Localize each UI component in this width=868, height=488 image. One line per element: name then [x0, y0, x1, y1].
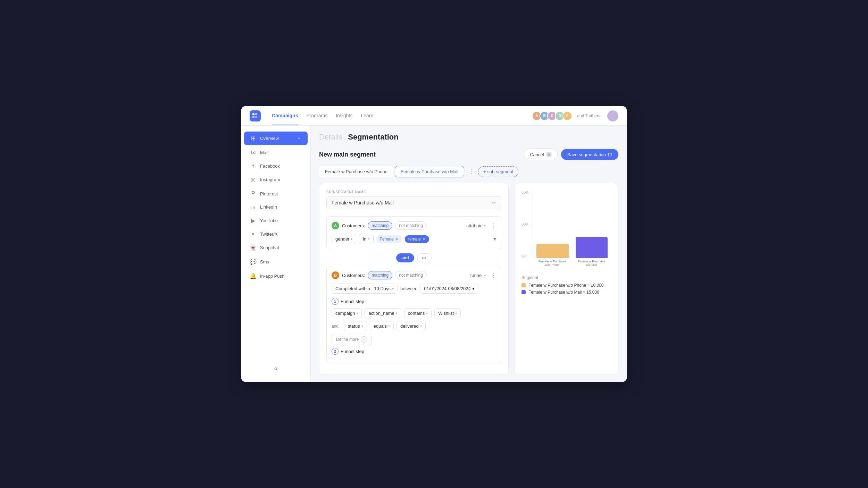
sub-segment-name-input[interactable]: Female w Purchase w/o Mail ✏ [326, 196, 501, 209]
date-range-input[interactable]: 01/01/2024-08/08/2024 ▾ [420, 284, 478, 294]
step-2-number: 2 [332, 348, 339, 355]
chevron-down-icon: ▾ [388, 324, 390, 328]
chart-area: 60K 30K 0K F [521, 190, 611, 267]
mail-icon: ✉ [250, 149, 257, 156]
status-field-select[interactable]: status ▾ [344, 321, 367, 331]
between-label: between [400, 286, 417, 291]
tag-female-1[interactable]: Female ✕ [376, 235, 402, 243]
condition-a-menu-icon[interactable]: ⋮ [491, 222, 496, 229]
sub-tab-menu-icon[interactable]: ⋮ [466, 166, 477, 177]
contains-operator-select[interactable]: contains ▾ [404, 308, 432, 318]
condition-b-header: B Customers: matching not matching funne… [332, 271, 496, 279]
bar-female-phone [536, 244, 569, 258]
sidebar-label-mail: Mail [260, 150, 268, 155]
in-operator-select[interactable]: in ▾ [359, 234, 373, 244]
page-title-details: Details [319, 133, 342, 142]
top-nav: Campaigns Programs Insights Learn A B C … [241, 106, 627, 126]
chevron-down-icon: ▾ [455, 311, 457, 315]
legend-item-2: Female w Purchase w/o Mail = 15.000 [521, 290, 611, 295]
chevron-down-icon: ▾ [356, 311, 358, 315]
condition-b-not-matching-btn[interactable]: not matching [395, 271, 427, 279]
linkedin-icon: in [250, 205, 257, 209]
condition-a-matching-btn[interactable]: matching [368, 221, 392, 230]
completed-row: Completed within 10 Days ▾ between 01/01… [332, 284, 496, 294]
collapse-button[interactable]: « [241, 361, 310, 376]
chevron-down-icon: ▾ [420, 324, 422, 328]
legend-dot-1 [521, 283, 526, 287]
legend-label-2: Female w Purchase w/o Mail = 15.000 [528, 290, 599, 295]
condition-b-type-dropdown[interactable]: funnel ▾ [470, 273, 486, 278]
and-connector-btn[interactable]: and [396, 253, 414, 262]
chevron-down-icon: ▾ [351, 237, 352, 241]
youtube-icon: ▶ [250, 217, 257, 224]
sub-segment-tabs: Female w Purchase w/o Phone Female w Pur… [319, 166, 618, 177]
completed-within-select[interactable]: Completed within 10 Days ▾ [332, 284, 398, 294]
condition-a-not-matching-btn[interactable]: not matching [395, 221, 427, 230]
nav-programs[interactable]: Programs [306, 107, 327, 125]
nav-learn[interactable]: Learn [361, 107, 373, 125]
x-label-1: Female w Purchase w/o Phone [536, 260, 568, 267]
sub-segment-name-label: SUB-SEGMENT NAME [326, 190, 501, 194]
add-sub-segment-button[interactable]: + sub-segment [478, 166, 518, 177]
equals-operator-select[interactable]: equals ▾ [370, 321, 394, 331]
sidebar-item-youtube[interactable]: ▶ YouTube [244, 214, 308, 227]
bar-group-2 [576, 237, 608, 258]
or-connector-btn[interactable]: or [417, 253, 432, 262]
cancel-button[interactable]: Cancel ✕ [524, 149, 557, 160]
condition-b-label: Customers: [342, 273, 365, 278]
nav-insights[interactable]: Insights [336, 107, 352, 125]
chevron-down-icon: ▾ [396, 311, 398, 315]
define-more-button[interactable]: Define more + [332, 334, 372, 345]
legend-item-1: Female w Purchase w/o Phone = 10.000 [521, 283, 611, 288]
condition-a-header: A Customers: matching not matching attri… [332, 221, 496, 230]
sidebar-item-sms[interactable]: 💬 Sms [244, 255, 308, 269]
legend-title: Segment [521, 275, 611, 280]
sidebar-item-mail[interactable]: ✉ Mail [244, 146, 308, 159]
sub-tab-2[interactable]: Female w Purchase w/o Mail [395, 166, 464, 177]
sub-tab-1[interactable]: Female w Purchase w/o Phone [319, 166, 393, 177]
y-label-60k: 60K [521, 190, 528, 194]
chevron-down-icon: ▾ [484, 274, 486, 277]
segment-title: New main segment [319, 151, 376, 158]
sidebar-item-snapchat[interactable]: 👻 Snapchat [244, 241, 308, 254]
edit-icon[interactable]: ✏ [492, 200, 496, 205]
condition-b-matching-btn[interactable]: matching [368, 271, 392, 279]
sidebar-item-pinterest[interactable]: P Pinterest [244, 187, 308, 200]
segment-actions: Cancel ✕ Save segmentation ⊡ [524, 149, 618, 160]
wishlist-value-select[interactable]: Wishlist ▾ [434, 308, 461, 318]
condition-b-menu-icon[interactable]: ⋮ [491, 272, 496, 279]
nav-campaigns[interactable]: Campaigns [272, 107, 298, 125]
action-name-field-select[interactable]: action_name ▾ [365, 308, 401, 318]
gender-field-select[interactable]: gender ▾ [332, 234, 356, 244]
condition-a-type-dropdown[interactable]: attribute ▾ [466, 223, 486, 228]
step-2-label: Funnel step [341, 349, 364, 354]
sidebar-item-instagram[interactable]: ◎ Instagram [244, 173, 308, 186]
chevron-down-icon: ▾ [368, 237, 370, 241]
remove-female1-icon[interactable]: ✕ [395, 237, 399, 242]
delivered-value-select[interactable]: delivered ▾ [397, 321, 426, 331]
sidebar-item-overview[interactable]: ⊞ Overview + [244, 132, 308, 145]
y-label-0k: 0K [521, 254, 528, 258]
user-avatar[interactable] [607, 110, 618, 121]
svg-rect-3 [255, 116, 257, 118]
funnel-filter-row-2: and status ▾ equals ▾ delivered [332, 321, 496, 331]
chevron-down-icon: ▾ [426, 311, 428, 315]
remove-female2-icon[interactable]: ✕ [422, 237, 426, 242]
bar-group-1 [536, 244, 569, 258]
campaign-field-select[interactable]: campaign ▾ [332, 308, 362, 318]
sidebar-label-instagram: Instagram [260, 177, 280, 182]
sidebar-item-inapp[interactable]: 🔔 In-app Push [244, 269, 308, 283]
save-segmentation-button[interactable]: Save segmentation ⊡ [561, 149, 618, 160]
overview-badge: + [296, 135, 302, 142]
chart-bars [533, 190, 611, 258]
funnel-step-2-header: 2 Funnel step [332, 348, 496, 355]
twitter-icon: ✕ [250, 232, 257, 237]
sidebar-item-twitter[interactable]: ✕ Twitter/X [244, 228, 308, 240]
sidebar-item-linkedin[interactable]: in LinkedIn [244, 201, 308, 213]
tag-female-2[interactable]: female ✕ [405, 235, 429, 243]
sidebar-item-facebook[interactable]: f Facebook [244, 160, 308, 172]
tags-dropdown-icon[interactable]: ▾ [493, 236, 496, 242]
sidebar-label-inapp: In-app Push [260, 274, 284, 279]
segment-builder: SUB-SEGMENT NAME Female w Purchase w/o M… [319, 183, 509, 375]
and-label-filter: and [332, 324, 341, 329]
